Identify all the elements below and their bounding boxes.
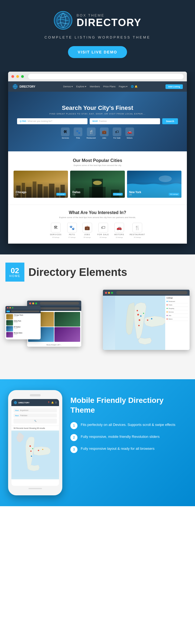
- interest-motors[interactable]: 🚗 MOTORS 20 listings: [114, 223, 124, 238]
- interest-restaurant[interactable]: 🍴 RESTAURANT 20 listings: [130, 223, 145, 238]
- nav-link-price[interactable]: Price Plans: [103, 85, 116, 88]
- ss-tablet-close: [29, 302, 31, 304]
- interest-jobs-label: JOBS: [84, 234, 90, 235]
- nav-add-listing-button[interactable]: Add Listing: [165, 84, 183, 89]
- screenshots-area: Listings Restaurant Hotels Shopping: [5, 290, 190, 366]
- interest-restaurant-count: 20 listings: [134, 237, 141, 238]
- ss-dot-indicator: [167, 304, 168, 305]
- mobile-nav-bar: [11, 311, 40, 312]
- city-card-chicago[interactable]: Chicago US 0 Listings: [14, 171, 68, 198]
- category-pets[interactable]: 🐾 Pets: [74, 127, 82, 139]
- ss-sidebar-item: Services: [167, 310, 188, 314]
- mobile-listing-text: Chicago Tours Services: [14, 314, 40, 320]
- interested-section: What Are You Interested In? Explore some…: [8, 205, 187, 244]
- svg-rect-7: [38, 184, 43, 198]
- near-placeholder: Fashion: [99, 120, 107, 122]
- svg-point-24: [147, 320, 148, 321]
- desktop-map-sidebar: Listings Restaurant Hotels Shopping: [165, 296, 190, 350]
- browser-nav-logo: DIRECTORY: [12, 84, 35, 90]
- mobile-listing-img: [6, 326, 13, 331]
- svg-point-21: [139, 319, 140, 321]
- mobile-listing-img: [6, 314, 13, 320]
- svg-point-22: [138, 325, 140, 326]
- logo-area: BOX THEME DIRECTORY: [5, 11, 190, 30]
- chicago-name: Chicago: [16, 191, 26, 194]
- browser-maximize-dot: [21, 75, 24, 78]
- phone-home-bar: [28, 488, 42, 489]
- interest-for-sale[interactable]: 🏷 FOR SALE 20 listings: [98, 223, 109, 238]
- nav-link-demos[interactable]: Demos ▾: [63, 85, 73, 88]
- category-jobs[interactable]: 💼 Jobs: [100, 127, 109, 139]
- category-services[interactable]: 🛠 Services: [61, 127, 70, 139]
- svg-point-31: [30, 451, 32, 452]
- find-input-group[interactable]: Q FIND What are you looking for?: [17, 118, 87, 124]
- interested-subtitle: Explore some of the best tips from aroun…: [14, 216, 181, 219]
- tablet-nav-bar: [38, 307, 80, 310]
- category-motors[interactable]: 🚗 Motors: [125, 127, 134, 139]
- interest-pets[interactable]: 🐾 PETS 27 listings: [67, 223, 77, 238]
- mobile-listing-item: Chicago Tours Services: [6, 314, 40, 320]
- mobile-listing-img: [6, 332, 13, 337]
- svg-point-35: [42, 449, 43, 450]
- ss-max-dot: [111, 292, 113, 294]
- svg-point-25: [151, 318, 152, 320]
- mobile-nav: [5, 310, 41, 313]
- jobs-label: Jobs: [102, 137, 106, 139]
- hero-search-title: Search Your City's Finest: [17, 104, 178, 111]
- svg-point-26: [137, 310, 138, 311]
- mobile-logo: [6, 311, 10, 312]
- city-card-dallas[interactable]: Dallas US 0 Listings: [70, 171, 125, 198]
- interest-services[interactable]: 🛠 SERVICES 20 listings: [50, 223, 61, 238]
- nav-link-pages[interactable]: Pages ▾: [119, 85, 128, 88]
- restaurant-icon: 🍴: [87, 127, 96, 136]
- screenshot-mobile: Chicago Tours Services Dallas Park Outdo…: [5, 306, 41, 339]
- phone-mockup: DIRECTORY 📍 🔔 ☰ Find Anywhere Near Pakis…: [8, 390, 62, 495]
- svg-point-23: [140, 315, 142, 317]
- phone-near-value: Pakistan: [20, 415, 27, 416]
- ss-sidebar-item: Motors: [167, 317, 188, 321]
- city-card-newyork[interactable]: New York US 96 Listings: [127, 171, 181, 198]
- visit-demo-button[interactable]: VISIT LIVE DEMO: [68, 46, 127, 58]
- phone-find-label: Find: [15, 410, 19, 411]
- interest-motors-icon: 🚗: [114, 223, 124, 232]
- mobile-listing-text: NY Harbor Tourism: [14, 326, 40, 331]
- nav-link-members[interactable]: Members: [90, 85, 100, 88]
- feature-list: 1 Fits perfectoly on all Devices. Suppor…: [70, 422, 187, 453]
- category-restaurant[interactable]: 🍴 Restaurant: [86, 127, 96, 139]
- desktop-screenshot-content: Listings Restaurant Hotels Shopping: [103, 296, 190, 350]
- tablet-img-2: [54, 312, 80, 327]
- near-input-group[interactable]: NEAR Fashion: [90, 118, 160, 124]
- mobile-listing-item: Beauty Salon Beauty: [6, 332, 40, 337]
- phone-search-icon: 🔍: [34, 420, 37, 422]
- interest-services-count: 20 listings: [52, 237, 60, 238]
- interest-for-sale-icon: 🏷: [98, 223, 108, 232]
- newyork-info: New York US: [129, 191, 141, 196]
- browser-nav-bar: DIRECTORY Demos ▾ Explore ▾ Members Pric…: [8, 81, 187, 92]
- browser-minimize-dot: [16, 75, 19, 78]
- cities-grid: Chicago US 0 Listings: [14, 171, 181, 198]
- feature-number-2: 2: [70, 434, 77, 441]
- browser-url-bar[interactable]: [28, 74, 184, 79]
- dallas-listings: 0 Listings: [113, 193, 122, 196]
- phone-near-field[interactable]: Near Pakistan: [14, 413, 57, 417]
- dallas-info: Dallas US: [72, 191, 80, 196]
- phone-near-label: Near: [15, 415, 19, 416]
- mobile-info: Mobile Friendly Directiory Theme 1 Fits …: [70, 390, 187, 458]
- search-bar-row: Q FIND What are you looking for? NEAR Fa…: [17, 118, 178, 124]
- jobs-icon: 💼: [100, 127, 109, 136]
- phone-find-field[interactable]: Find Anywhere: [14, 408, 57, 412]
- svg-point-18: [158, 176, 171, 182]
- svg-point-27: [143, 313, 144, 314]
- category-for-sale[interactable]: 🏷 For Sale: [113, 127, 121, 139]
- feature-item-1: 1 Fits perfectoly on all Devices. Suppor…: [70, 422, 187, 429]
- svg-point-33: [32, 448, 33, 449]
- interest-jobs[interactable]: 💼 JOBS 28 listings: [82, 223, 92, 238]
- mobile-listing-sub: Tourism: [14, 328, 40, 329]
- newyork-country: US: [129, 194, 141, 196]
- search-button[interactable]: Search: [162, 118, 178, 124]
- ss-sidebar-item: Shopping: [167, 307, 188, 310]
- nav-link-explore[interactable]: Explore ▾: [76, 85, 86, 88]
- ss-dot-indicator: [167, 311, 168, 313]
- phone-search-button[interactable]: 🔍: [14, 419, 57, 423]
- screenshot-desktop: Listings Restaurant Hotels Shopping: [103, 290, 190, 350]
